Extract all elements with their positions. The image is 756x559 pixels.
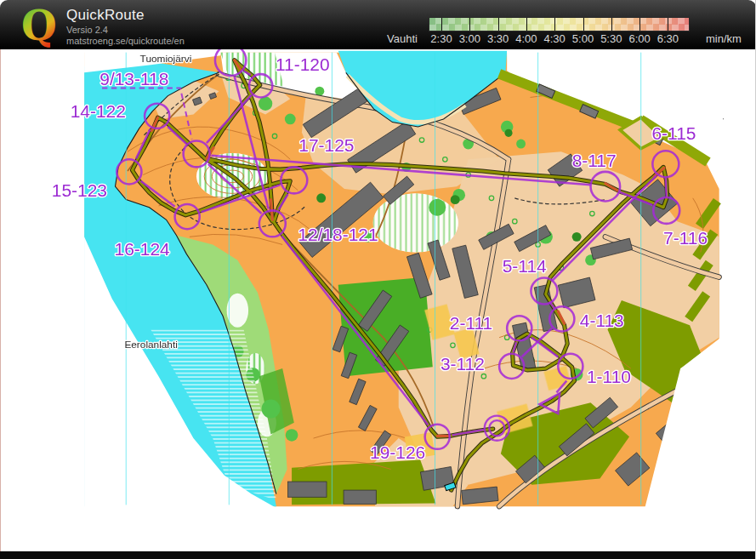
control-label: 17-125 (298, 135, 354, 155)
legend-tick-mark (554, 18, 555, 31)
legend-tick-mark (498, 18, 499, 31)
place-name: Tuomiojärvi (140, 53, 192, 65)
control-label: 2-111 (450, 313, 492, 333)
map-terrain (35, 49, 724, 508)
control-label: 11-120 (276, 54, 330, 74)
legend-unit: min/km (706, 32, 742, 45)
control-label: 8-117 (572, 151, 617, 170)
legend-tick-mark (469, 18, 470, 31)
legend-tick-mark (583, 18, 584, 31)
header: Q QuickRoute Versio 2.4 matstroeng.se/qu… (0, 0, 756, 49)
control-label: 5-114 (503, 256, 547, 276)
control-label: 12/18-121 (298, 225, 378, 244)
control-label: 9/13-118 (99, 69, 168, 88)
control-label: 19-126 (370, 442, 425, 462)
pace-legend-bar (429, 18, 689, 31)
map-view[interactable]: TuomiojärviEerolanlahti9/13-11811-12014-… (0, 49, 756, 551)
control-label: 4-113 (580, 311, 624, 330)
legend-tick-mark (611, 18, 612, 31)
map-canvas[interactable]: TuomiojärviEerolanlahti9/13-11811-12014-… (1, 49, 756, 551)
legend-tick-mark (668, 18, 668, 31)
bottom-border (0, 551, 756, 559)
course-leg-line (666, 178, 667, 197)
pace-legend-tick-labels: 2:303:003:304:004:305:005:306:006:30 (0, 32, 756, 46)
control-label: 15-123 (52, 180, 107, 200)
legend-tick-label: 6:30 (651, 32, 685, 45)
app-title: QuickRoute (66, 7, 145, 24)
control-label: 1-110 (587, 367, 631, 386)
legend-tick-mark (526, 18, 527, 31)
control-label: 6-115 (651, 123, 696, 143)
control-label: 14-122 (71, 101, 126, 121)
legend-tick-mark (639, 18, 640, 31)
quickroute-window: Q QuickRoute Versio 2.4 matstroeng.se/qu… (0, 0, 756, 559)
place-name: Eerolanlahti (124, 339, 177, 351)
legend-tick-mark (441, 18, 442, 31)
control-label: 7-116 (663, 228, 708, 248)
control-label: 3-112 (441, 354, 485, 374)
control-label: 16-124 (115, 239, 171, 259)
